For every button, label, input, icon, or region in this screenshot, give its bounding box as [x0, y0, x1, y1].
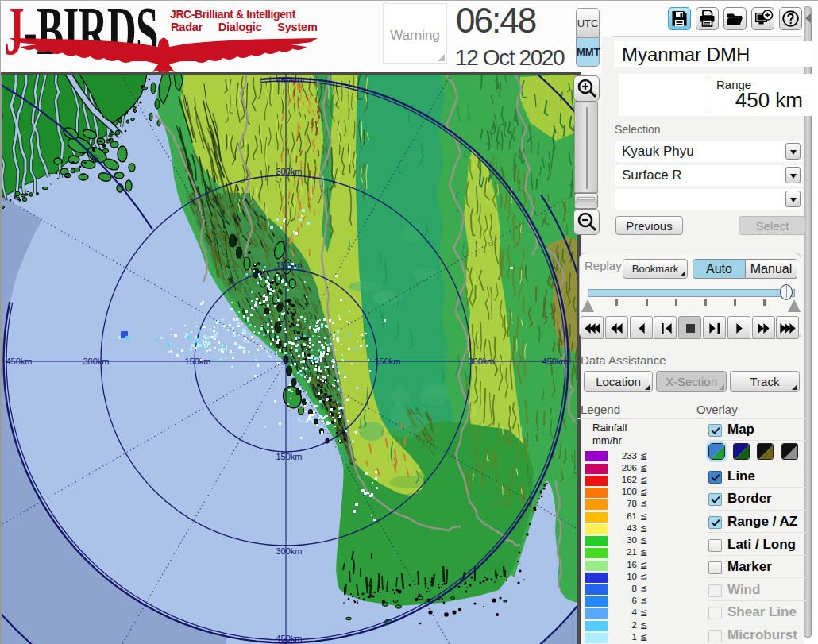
svg-text:300km: 300km: [276, 546, 302, 556]
svg-text:450km: 450km: [542, 357, 568, 366]
svg-text:450km: 450km: [276, 634, 302, 643]
svg-text:150km: 150km: [276, 260, 302, 270]
svg-text:150km: 150km: [184, 357, 210, 366]
svg-text:300km: 300km: [468, 357, 494, 366]
svg-text:150km: 150km: [374, 357, 400, 366]
svg-text:300km: 300km: [83, 357, 109, 366]
svg-text:450km: 450km: [6, 357, 32, 366]
svg-text:450km: 450km: [276, 75, 302, 85]
svg-text:300km: 300km: [276, 167, 302, 176]
svg-text:150km: 150km: [276, 452, 302, 461]
